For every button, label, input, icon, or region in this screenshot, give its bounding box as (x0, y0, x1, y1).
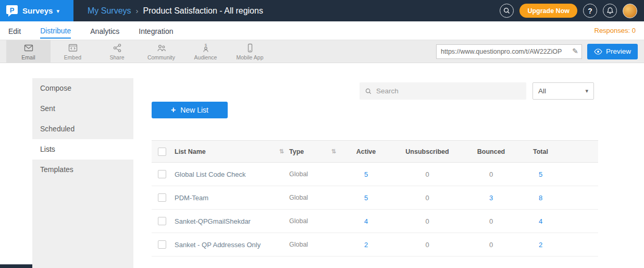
audience-icon: $ (201, 43, 211, 53)
channel-label: Mobile App (237, 54, 264, 60)
channel-label: Email (21, 54, 35, 60)
channel-community[interactable]: Community (139, 40, 183, 63)
bell-icon (606, 7, 614, 15)
row-checkbox[interactable] (158, 217, 166, 225)
list-name-link[interactable]: Global List Code Check (175, 163, 289, 186)
questionpro-page: P Surveys ▾ My Surveys › Product Satisfa… (0, 0, 644, 268)
channel-label: Audience (194, 54, 217, 60)
sidebar-item-scheduled[interactable]: Scheduled (32, 119, 133, 139)
list-type: Global (289, 210, 341, 233)
tab-analytics[interactable]: Analytics (90, 23, 119, 38)
list-search-box (360, 82, 526, 100)
search-button[interactable] (500, 4, 514, 18)
avatar[interactable] (623, 4, 637, 18)
column-header-active: Active (341, 141, 391, 163)
unsubscribed-count[interactable]: 0 (391, 210, 464, 233)
table-row: PDM-Team Global 5 0 3 8 (152, 186, 598, 210)
unsubscribed-count[interactable]: 0 (391, 233, 464, 257)
surveys-product-menu[interactable]: P Surveys ▾ (0, 0, 73, 21)
channel-audience[interactable]: $ Audience (183, 40, 228, 63)
edit-pencil-icon[interactable]: ✎ (572, 47, 578, 55)
table-row: Sanket - QP Addresses Only Global 2 0 0 … (152, 233, 598, 257)
sidebar-item-templates[interactable]: Templates (32, 160, 133, 180)
list-search-input[interactable] (376, 87, 521, 95)
chevron-down-icon: ▾ (585, 88, 588, 94)
row-checkbox[interactable] (158, 193, 166, 202)
column-header-list-name[interactable]: List Name⇅ (175, 141, 289, 163)
mobile-app-icon (245, 43, 255, 53)
total-count[interactable]: 8 (518, 186, 563, 210)
list-name-link[interactable]: Sanket - QP Addresses Only (175, 233, 289, 257)
lists-panel: All ▾ + New List (133, 63, 644, 268)
sidebar-item-lists[interactable]: Lists (32, 139, 133, 160)
distribute-channel-bar: Email Embed Share Community $ Audience (0, 40, 644, 63)
chevron-down-icon: ▾ (56, 8, 59, 15)
row-checkbox[interactable] (158, 240, 166, 249)
select-all-checkbox[interactable] (158, 148, 166, 156)
column-header-bounced: Bounced (464, 141, 518, 163)
plus-icon: + (171, 105, 176, 115)
sidebar-item-compose[interactable]: Compose (32, 78, 133, 99)
channel-mobile-app[interactable]: Mobile App (228, 40, 272, 63)
table-header-row: List Name⇅ Type⇅ Active Unsubscribed Bou… (152, 141, 598, 163)
sort-icon[interactable]: ⇅ (279, 148, 284, 155)
tab-edit[interactable]: Edit (8, 23, 21, 38)
product-menu-label: Surveys (22, 6, 53, 15)
search-icon (503, 7, 511, 15)
table-row: Sanket-QPGmailShekdar Global 4 0 0 4 (152, 210, 598, 233)
list-name-link[interactable]: Sanket-QPGmailShekdar (175, 210, 289, 233)
channel-email[interactable]: Email (6, 40, 51, 63)
active-count[interactable]: 2 (341, 233, 391, 257)
channel-label: Community (147, 54, 175, 60)
channel-embed[interactable]: Embed (51, 40, 95, 63)
responses-count[interactable]: Responses: 0 (595, 27, 636, 34)
bounced-count[interactable]: 0 (464, 233, 518, 257)
total-count[interactable]: 5 (518, 163, 563, 186)
list-type-filter-dropdown[interactable]: All ▾ (532, 82, 594, 100)
bounced-count[interactable]: 0 (464, 163, 518, 186)
column-header-type[interactable]: Type⇅ (289, 141, 341, 163)
list-name-link[interactable]: PDM-Team (175, 186, 289, 210)
total-count[interactable]: 4 (518, 210, 563, 233)
list-type: Global (289, 233, 341, 257)
sort-icon[interactable]: ⇅ (331, 148, 336, 155)
survey-url-input[interactable] (436, 44, 582, 59)
questionpro-logo-icon: P (5, 4, 19, 18)
sidebar-item-sent[interactable]: Sent (32, 99, 133, 119)
eye-icon (594, 48, 602, 55)
active-count[interactable]: 4 (341, 210, 391, 233)
new-list-button[interactable]: + New List (152, 102, 228, 118)
survey-url-field-wrap: ✎ (436, 44, 582, 59)
share-icon (112, 43, 122, 53)
channel-share[interactable]: Share (95, 40, 139, 63)
total-count[interactable]: 2 (518, 233, 563, 257)
svg-text:$: $ (205, 43, 207, 46)
tab-integration[interactable]: Integration (139, 23, 173, 38)
bounced-count[interactable]: 3 (464, 186, 518, 210)
notifications-button[interactable] (603, 4, 617, 18)
upgrade-now-button[interactable]: Upgrade Now (519, 4, 577, 18)
list-type: Global (289, 186, 341, 210)
breadcrumb-separator: › (136, 6, 139, 15)
active-count[interactable]: 5 (341, 163, 391, 186)
help-button[interactable]: ? (583, 4, 597, 18)
breadcrumb-my-surveys[interactable]: My Surveys (88, 6, 131, 16)
bounced-count[interactable]: 0 (464, 210, 518, 233)
list-type: Global (289, 163, 341, 186)
embed-icon (68, 43, 78, 53)
preview-button[interactable]: Preview (587, 44, 638, 59)
active-count[interactable]: 5 (341, 186, 391, 210)
question-mark-icon: ? (588, 7, 592, 15)
header-actions: Upgrade Now ? (500, 4, 644, 18)
tab-distribute[interactable]: Distribute (40, 22, 71, 39)
row-checkbox[interactable] (158, 170, 166, 178)
email-icon (23, 43, 34, 53)
svg-text:P: P (10, 6, 15, 14)
table-row: Global List Code Check Global 5 0 0 5 (152, 163, 598, 186)
unsubscribed-count[interactable]: 0 (391, 186, 464, 210)
community-icon (156, 43, 167, 53)
channel-label: Share (109, 54, 124, 60)
lists-table: List Name⇅ Type⇅ Active Unsubscribed Bou… (152, 140, 598, 257)
unsubscribed-count[interactable]: 0 (391, 163, 464, 186)
breadcrumb-survey-title: Product Satisfaction - All regions (143, 6, 263, 16)
